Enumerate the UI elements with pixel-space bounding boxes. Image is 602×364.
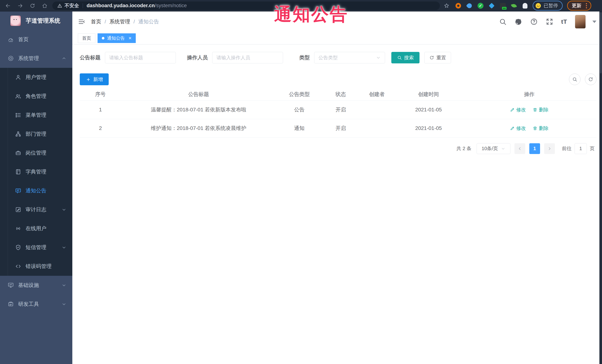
user-avatar[interactable]	[575, 15, 586, 29]
extension-leaf-icon[interactable]	[511, 3, 517, 9]
sidebar-item-label: 字典管理	[26, 168, 46, 175]
sidebar-item-error-codes[interactable]: 错误码管理	[0, 257, 72, 276]
forward-icon[interactable]	[17, 2, 24, 9]
extension-blue-diamond-icon[interactable]	[488, 3, 495, 9]
reload-icon[interactable]	[29, 2, 36, 9]
goto-label: 前往	[562, 145, 572, 152]
profile-paused-pill[interactable]: 已暂停	[533, 1, 563, 10]
delete-link[interactable]: 删除	[533, 107, 548, 113]
address-bar[interactable]: 不安全 dashboard.yudao.iocoder.cn/system/no…	[52, 1, 440, 10]
sidebar-item-audit-log[interactable]: 审计日志	[0, 200, 72, 219]
tab-notice[interactable]: 通知公告 ×	[97, 33, 136, 43]
plus-icon: ＋	[86, 76, 91, 83]
chevron-down-icon	[62, 245, 66, 250]
kebab-menu-icon[interactable]	[585, 3, 588, 9]
home-icon[interactable]	[41, 2, 48, 9]
sidebar-item-system[interactable]: 系统管理	[0, 49, 72, 68]
sidebar-item-label: 首页	[18, 36, 29, 43]
col-header-type: 公告类型	[276, 88, 323, 100]
col-header-no: 序号	[80, 88, 121, 100]
hamburger-icon[interactable]	[78, 18, 85, 25]
github-icon[interactable]	[515, 18, 522, 26]
breadcrumb: 首页 / 系统管理 / 通知公告	[91, 18, 159, 25]
sidebar-item-users[interactable]: 用户管理	[0, 68, 72, 87]
extension-on-badge-icon[interactable]: on	[500, 3, 506, 9]
col-header-creator: 创建者	[359, 88, 395, 100]
goto-page-input[interactable]	[575, 143, 587, 154]
pencil-icon	[510, 107, 515, 112]
reset-button-label: 重置	[436, 54, 446, 61]
edit-link[interactable]: 修改	[510, 125, 526, 132]
page-number-button[interactable]: 1	[529, 143, 540, 154]
cell-creator	[359, 119, 395, 137]
cell-type: 通知	[276, 119, 323, 137]
active-tab-dot	[102, 37, 104, 40]
extension-orange-ring-icon[interactable]	[455, 3, 462, 9]
sidebar-item-notice[interactable]: 通知公告	[0, 181, 72, 200]
gear-icon	[7, 55, 14, 62]
breadcrumb-separator: /	[134, 19, 135, 25]
extension-green-check-icon[interactable]: ✓	[477, 3, 484, 9]
sidebar-item-dev-tools[interactable]: 研发工具	[0, 295, 72, 314]
search-button[interactable]: 搜索	[391, 52, 419, 63]
sidebar-item-home[interactable]: 首页	[0, 30, 72, 49]
bookmark-star-icon[interactable]	[444, 3, 450, 9]
browser-update-pill[interactable]: 更新	[567, 1, 591, 10]
annotation-overlay-text: 通知公告	[274, 3, 348, 26]
cell-title: 维护通知：2018-07-01 若依系统凌晨维护	[121, 119, 276, 137]
avatar-caret-icon[interactable]	[592, 21, 596, 23]
title-filter-input[interactable]	[105, 52, 176, 63]
reset-button[interactable]: 重置	[424, 52, 451, 63]
back-icon[interactable]	[4, 2, 11, 9]
next-page-button[interactable]	[544, 143, 555, 154]
type-filter-select[interactable]: 公告类型	[314, 52, 385, 63]
sidebar-item-departments[interactable]: 部门管理	[0, 125, 72, 144]
sidebar-item-dictionary[interactable]: 字典管理	[0, 162, 72, 181]
sidebar-item-infrastructure[interactable]: 基础设施	[0, 276, 72, 295]
page-size-value: 10条/页	[482, 145, 498, 152]
sidebar-item-label: 系统管理	[18, 55, 39, 62]
sidebar-item-sms[interactable]: 短信管理	[0, 238, 72, 257]
delete-link[interactable]: 删除	[533, 125, 548, 132]
cell-status: 开启	[322, 119, 359, 137]
breadcrumb-current: 通知公告	[138, 18, 159, 25]
tags-view-bar: 首页 通知公告 ×	[72, 32, 602, 44]
url-text: dashboard.yudao.iocoder.cn/system/notice	[86, 3, 187, 9]
add-button[interactable]: ＋ 新增	[80, 73, 109, 85]
help-icon[interactable]	[530, 18, 538, 26]
page-unit-label: 页	[590, 145, 595, 152]
menu-list-icon	[15, 112, 22, 118]
toggle-search-button[interactable]	[569, 73, 580, 85]
refresh-table-button[interactable]	[585, 73, 596, 85]
edit-link[interactable]: 修改	[510, 107, 526, 113]
sidebar-item-menus[interactable]: 菜单管理	[0, 106, 72, 125]
window-scrollbar[interactable]	[599, 11, 602, 364]
tab-label: 通知公告	[107, 35, 125, 41]
font-size-icon[interactable]: tT	[561, 18, 567, 25]
notice-table: 序号 公告标题 公告类型 状态 创建者 创建时间 操作 1 温馨提醒：2018-…	[80, 88, 596, 138]
extension-blue-drop-icon[interactable]	[466, 3, 473, 9]
sidebar-item-label: 审计日志	[26, 206, 46, 213]
operator-filter-input[interactable]	[212, 52, 283, 63]
sidebar-item-roles[interactable]: 角色管理	[0, 87, 72, 106]
close-icon[interactable]: ×	[129, 36, 131, 41]
table-toolbar: ＋ 新增	[80, 73, 596, 85]
sidebar-logo[interactable]: 芋道管理系统	[0, 11, 72, 30]
scrollbar-thumb[interactable]	[600, 12, 602, 73]
extension-ghost-icon[interactable]	[522, 3, 528, 9]
fullscreen-icon[interactable]	[546, 18, 553, 26]
url-domain: dashboard.yudao.iocoder.cn	[86, 3, 155, 8]
sidebar: 芋道管理系统 首页 系统管理 用户管理 角色管理	[0, 11, 72, 364]
breadcrumb-home[interactable]: 首页	[91, 18, 101, 25]
sidebar-item-label: 研发工具	[18, 301, 39, 308]
breadcrumb-system[interactable]: 系统管理	[109, 18, 130, 25]
sidebar-item-online-users[interactable]: 在线用户	[0, 219, 72, 238]
prev-page-button[interactable]	[515, 143, 525, 154]
sidebar-item-label: 岗位管理	[26, 149, 46, 156]
tab-home[interactable]: 首页	[78, 33, 95, 43]
sidebar-item-label: 短信管理	[26, 244, 46, 251]
code-icon	[15, 263, 22, 270]
page-size-select[interactable]: 10条/页	[477, 143, 510, 154]
header-search-icon[interactable]	[499, 18, 507, 26]
sidebar-item-posts[interactable]: 岗位管理	[0, 144, 72, 162]
